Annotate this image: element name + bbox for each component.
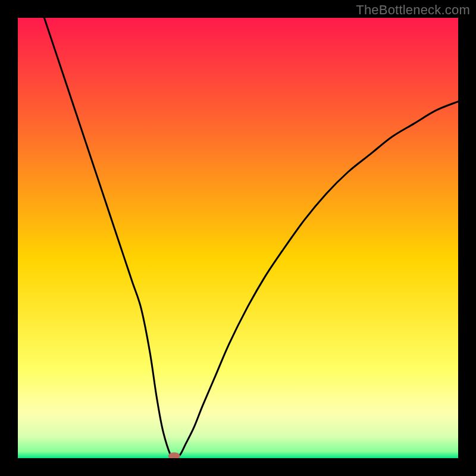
chart-frame: TheBottleneck.com (0, 0, 476, 476)
chart-canvas (0, 0, 476, 476)
watermark-text: TheBottleneck.com (356, 2, 470, 18)
plot-background (18, 18, 458, 458)
